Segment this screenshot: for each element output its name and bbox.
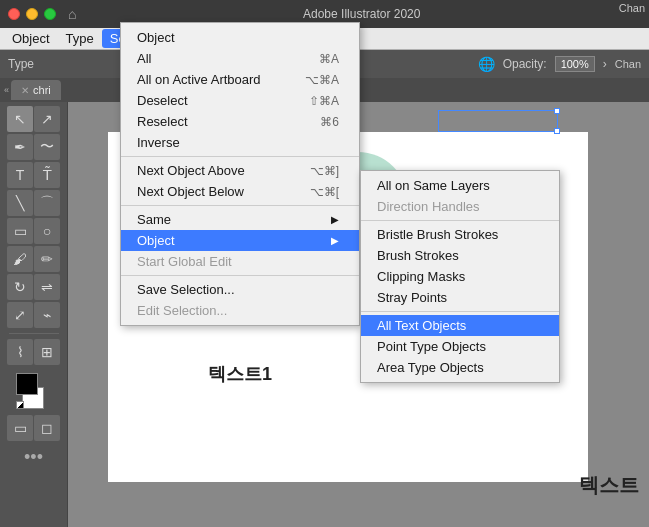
sub-menu-item-clipping[interactable]: Clipping Masks (361, 266, 559, 287)
sub-menu-item-stray[interactable]: Stray Points (361, 287, 559, 308)
curvature-tool[interactable]: 〜 (34, 134, 60, 160)
select-dropdown: Object All ⌘A All on Active Artboard ⌥⌘A… (120, 22, 360, 326)
sub-menu-item-bristle[interactable]: Bristle Brush Strokes (361, 224, 559, 245)
color-squares (16, 373, 52, 409)
screen-mode[interactable]: ◻ (34, 415, 60, 441)
collapse-arrows-icon[interactable]: « (4, 85, 9, 95)
chan-label: Chan (619, 2, 645, 14)
menu-item-next-below[interactable]: Next Object Below ⌥⌘[ (121, 181, 359, 202)
chan-tab-label: Chan (615, 58, 641, 70)
pencil-tool[interactable]: ✏ (34, 246, 60, 272)
object-sub-arrow: ▶ (331, 235, 339, 246)
tab-label: chri (33, 84, 51, 96)
rectangle-mode[interactable]: ▭ (7, 415, 33, 441)
arc-tool[interactable]: ⌒ (34, 190, 60, 216)
maximize-button[interactable] (44, 8, 56, 20)
menu-item-object-sub[interactable]: Object ▶ (121, 230, 359, 251)
menu-item-save-selection[interactable]: Save Selection... (121, 279, 359, 300)
menu-item-all[interactable]: All ⌘A (121, 48, 359, 69)
menu-item-deselect[interactable]: Deselect ⇧⌘A (121, 90, 359, 111)
free-transform-tool[interactable]: ⊞ (34, 339, 60, 365)
toolbar-right: 🌐 Opacity: 100% › Chan (478, 56, 641, 72)
rect-tool[interactable]: ▭ (7, 218, 33, 244)
document-tab[interactable]: ✕ chri (11, 80, 61, 100)
sub-menu-sep-2 (361, 311, 559, 312)
home-icon[interactable]: ⌂ (68, 6, 76, 22)
canvas-text-2[interactable]: 텍스트 (579, 472, 639, 499)
dropdown-container: Object All ⌘A All on Active Artboard ⌥⌘A… (120, 22, 360, 326)
menu-type[interactable]: Type (58, 29, 102, 48)
type-tool[interactable]: T (7, 162, 33, 188)
opacity-label: Opacity: (503, 57, 547, 71)
menu-item-edit-selection: Edit Selection... (121, 300, 359, 321)
menu-item-start-global: Start Global Edit (121, 251, 359, 272)
menu-item-object[interactable]: Object (121, 27, 359, 48)
foreground-color[interactable] (16, 373, 38, 395)
menu-sep-3 (121, 275, 359, 276)
scale-tool[interactable]: ⤢ (7, 302, 33, 328)
selected-text-container: 텍스트1 (208, 362, 272, 386)
pen-tool[interactable]: ✒ (7, 134, 33, 160)
touch-type-tool[interactable]: T̃ (34, 162, 60, 188)
menu-item-same[interactable]: Same ▶ (121, 209, 359, 230)
sub-menu-item-direction-handles: Direction Handles (361, 196, 559, 217)
tab-close-icon[interactable]: ✕ (21, 85, 29, 96)
menu-object[interactable]: Object (4, 29, 58, 48)
sub-menu-item-brush[interactable]: Brush Strokes (361, 245, 559, 266)
selection-box (438, 110, 558, 132)
sub-menu-sep-1 (361, 220, 559, 221)
app-title: Adobe Illustrator 2020 (82, 7, 641, 21)
opacity-value[interactable]: 100% (555, 56, 595, 72)
selection-handle-br (554, 128, 560, 134)
sub-menu-item-point-type[interactable]: Point Type Objects (361, 336, 559, 357)
shear-tool[interactable]: ⌁ (34, 302, 60, 328)
sub-menu-item-all-same-layers[interactable]: All on Same Layers (361, 175, 559, 196)
reflect-tool[interactable]: ⇌ (34, 274, 60, 300)
selection-handle-tr (554, 108, 560, 114)
paintbrush-tool[interactable]: 🖌 (7, 246, 33, 272)
menu-item-next-above[interactable]: Next Object Above ⌥⌘] (121, 160, 359, 181)
menu-sep-2 (121, 205, 359, 206)
tool-divider (9, 333, 59, 334)
opacity-arrow[interactable]: › (603, 57, 607, 71)
menu-item-inverse[interactable]: Inverse (121, 132, 359, 153)
menu-item-all-active[interactable]: All on Active Artboard ⌥⌘A (121, 69, 359, 90)
type-label: Type (8, 57, 34, 71)
globe-icon: 🌐 (478, 56, 495, 72)
minimize-button[interactable] (26, 8, 38, 20)
menu-item-reselect[interactable]: Reselect ⌘6 (121, 111, 359, 132)
sub-menu-item-all-text[interactable]: All Text Objects (361, 315, 559, 336)
swap-colors[interactable] (16, 401, 24, 409)
direct-select-tool[interactable]: ↗ (34, 106, 60, 132)
warp-tool[interactable]: ⌇ (7, 339, 33, 365)
menu-sep-1 (121, 156, 359, 157)
sub-menu-item-area-type[interactable]: Area Type Objects (361, 357, 559, 378)
canvas-text-1[interactable]: 텍스트1 (208, 362, 272, 386)
ellipse-tool[interactable]: ○ (34, 218, 60, 244)
more-tools[interactable]: ••• (24, 447, 43, 468)
line-tool[interactable]: ╲ (7, 190, 33, 216)
same-arrow: ▶ (331, 214, 339, 225)
close-button[interactable] (8, 8, 20, 20)
object-submenu: All on Same Layers Direction Handles Bri… (360, 170, 560, 383)
toolbox: ↖ ↗ ✒ 〜 T T̃ ╲ ⌒ ▭ ○ 🖌 ✏ ↻ ⇌ ⤢ ⌁ (0, 102, 68, 527)
select-tool[interactable]: ↖ (7, 106, 33, 132)
rotate-tool[interactable]: ↻ (7, 274, 33, 300)
